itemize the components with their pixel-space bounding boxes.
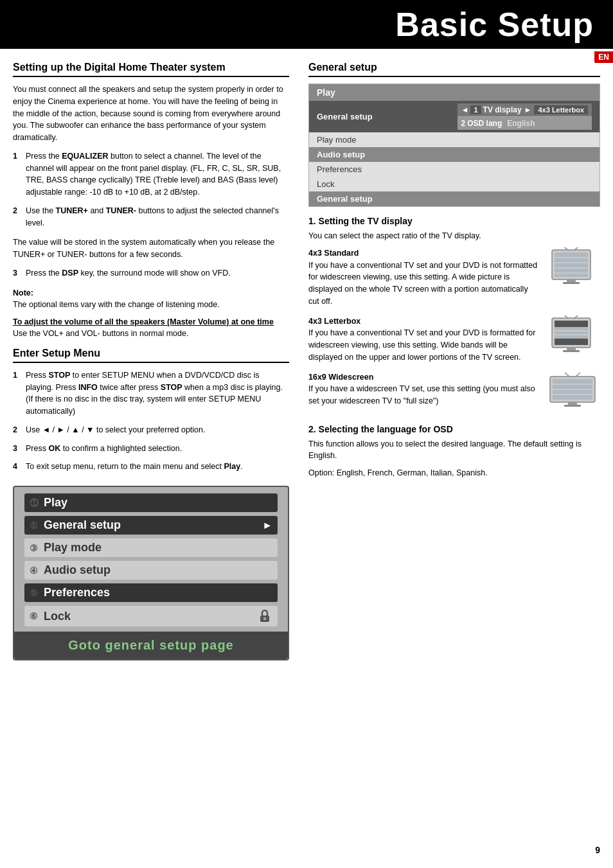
setup-steps: 1 Press STOP to enter SETUP MENU when a … (13, 369, 289, 473)
gsp-bottom-row: General setup (309, 191, 600, 206)
main-content: Setting up the Digital Home Theater syst… (0, 49, 613, 673)
nav-left-arrow: ◄ (461, 105, 469, 114)
setup-step-3: 3 Press OK to confirm a highlighted sele… (13, 443, 289, 455)
ss1-text: Press STOP to enter SETUP MENU when a DV… (26, 369, 289, 418)
gsp-play-row: Play (309, 84, 600, 101)
ss4-text: To exit setup menu, return to the main m… (26, 461, 243, 473)
step3-text: Press the DSP key, the surround mode wil… (26, 267, 231, 279)
nav-tv-label: TV display (483, 105, 522, 114)
ss4-num: 4 (13, 461, 22, 473)
gsp-playmode-row: Play mode (309, 132, 600, 147)
step1-num: 1 (13, 150, 22, 199)
tv-opt3-desc: If you have a widescreen TV set, use thi… (308, 384, 535, 405)
osd-options: Option: English, French, German, Italian… (308, 467, 600, 479)
menu-item-lock: ⑥ Lock (24, 606, 278, 626)
nav-num-2-label: 2 (461, 119, 466, 128)
gsp-general-row: General setup ◄ 1 TV display ► 4x3 Lette… (309, 101, 600, 132)
tv-option-widescreen: 16x9 Widescreen If you have a widescreen… (308, 371, 600, 415)
menu-item-prefs: ⑤ Preferences (24, 583, 278, 602)
steps-list-1: 1 Press the EQUALIZER button to select a… (13, 150, 289, 229)
tv-intro: You can select the aspect ratio of the T… (308, 230, 600, 242)
left-column: Setting up the Digital Home Theater syst… (13, 62, 289, 660)
svg-rect-1 (263, 617, 266, 620)
ss2-text: Use ◄ / ► / ▲ / ▼ to select your preferr… (26, 424, 205, 436)
svg-rect-14 (555, 321, 588, 327)
gsp-lock-row: Lock (309, 177, 600, 191)
nav-num-1: 1 (470, 105, 481, 114)
tv-illus-wide (549, 371, 600, 415)
step1-text: Press the EQUALIZER button to select a c… (26, 150, 289, 199)
menu-num-4: ④ (30, 565, 44, 576)
goto-bar: Goto general setup page (14, 632, 288, 659)
tv-opt1-title: 4x3 Standard (308, 249, 359, 258)
step-2: 2 Use the TUNER+ and TUNER- buttons to a… (13, 205, 289, 229)
osd-intro: This function allows you to select the d… (308, 438, 600, 463)
gsp-audio-row: Audio setup (309, 147, 600, 162)
svg-rect-3 (555, 252, 588, 277)
menu-num-1: ⓵ (30, 498, 44, 508)
tv-option-letterbox-text: 4x3 Letterbox If you have a conventional… (308, 315, 540, 364)
menu-label-prefs: Preferences (44, 586, 272, 599)
osd-section-heading: 2. Selecting the language for OSD (308, 424, 600, 434)
tv-opt3-title: 16x9 Widescreen (308, 373, 373, 382)
ss3-text: Press OK to confirm a highlighted select… (26, 443, 182, 455)
menu-num-6: ⑥ (30, 611, 44, 621)
tv-svg-wide (549, 371, 600, 415)
nav-right-arrow: ► (524, 105, 532, 114)
tv-option-letterbox: 4x3 Letterbox If you have a conventional… (308, 315, 600, 364)
tv-opt1-desc: If you have a conventional TV set and yo… (308, 261, 537, 306)
section2-heading: Enter Setup Menu (13, 348, 289, 363)
ss1-num: 1 (13, 369, 22, 418)
vol-heading: To adjust the volume of all the speakers… (13, 317, 289, 326)
gsp-prefs-row: Preferences (309, 162, 600, 177)
menu-diagram: ⓵ Play ① General setup ► ③ Play mode ④ A… (13, 486, 289, 660)
menu-label-general: General setup (44, 518, 257, 532)
stored-text: The value will be stored in the system a… (13, 236, 289, 261)
step-3: 3 Press the DSP key, the surround mode w… (13, 267, 289, 279)
menu-item-audio: ④ Audio setup (24, 561, 278, 580)
setup-step-2: 2 Use ◄ / ► / ▲ / ▼ to select your prefe… (13, 424, 289, 436)
nav-osd-val: English (507, 119, 535, 128)
general-setup-panel: Play General setup ◄ 1 TV display ► (308, 84, 600, 207)
tv-svg-standard (549, 247, 600, 291)
nav-option-label: 4x3 Letterbox (534, 105, 588, 114)
step3-num: 3 (13, 267, 22, 279)
svg-line-31 (576, 373, 580, 376)
page-number: 9 (595, 845, 600, 855)
section1-heading: Setting up the Digital Home Theater syst… (13, 62, 289, 77)
page-header: Basic Setup (0, 0, 613, 49)
tv-opt2-title: 4x3 Letterbox (308, 317, 360, 326)
menu-label-lock: Lock (44, 610, 252, 623)
menu-label-playmode: Play mode (44, 541, 272, 554)
setup-panel-outer: Play General setup ◄ 1 TV display ► (308, 84, 600, 207)
tv-illus-letterbox (549, 315, 600, 359)
section1-intro: You must connect all the speakers and se… (13, 84, 289, 144)
svg-rect-16 (555, 327, 588, 339)
tv-opt2-desc: If you have a conventional TV set and yo… (308, 328, 535, 362)
step2-text: Use the TUNER+ and TUNER- buttons to adj… (26, 205, 289, 229)
nav-osd-label: OSD lang (467, 119, 502, 128)
setup-step-1: 1 Press STOP to enter SETUP MENU when a … (13, 369, 289, 418)
tv-option-widescreen-text: 16x9 Widescreen If you have a widescreen… (308, 371, 540, 407)
step2-num: 2 (13, 205, 22, 229)
vol-body: Use the VOL+ and VOL- buttons in normal … (13, 328, 289, 340)
menu-label-play: Play (44, 496, 272, 509)
menu-label-audio: Audio setup (44, 563, 272, 577)
tv-option-standard-text: 4x3 Standard If you have a conventional … (308, 247, 540, 308)
ss2-num: 2 (13, 424, 22, 436)
tv-options: 4x3 Standard If you have a conventional … (308, 247, 600, 415)
page-title: Basic Setup (0, 5, 594, 44)
tv-svg-letterbox (549, 315, 600, 359)
note-title: Note: (13, 287, 289, 299)
svg-rect-29 (564, 405, 581, 407)
note-body: The optional items vary with the change … (13, 299, 289, 311)
menu-num-5: ⑤ (30, 588, 44, 598)
right-column: General setup Play General setup ◄ 1 (308, 62, 600, 660)
ss3-num: 3 (13, 443, 22, 455)
svg-line-30 (565, 373, 569, 376)
tv-option-standard: 4x3 Standard If you have a conventional … (308, 247, 600, 308)
note-block: Note: The optional items vary with the c… (13, 287, 289, 312)
menu-num-3: ③ (30, 543, 44, 553)
en-badge: EN (594, 51, 613, 63)
svg-rect-20 (563, 350, 580, 352)
